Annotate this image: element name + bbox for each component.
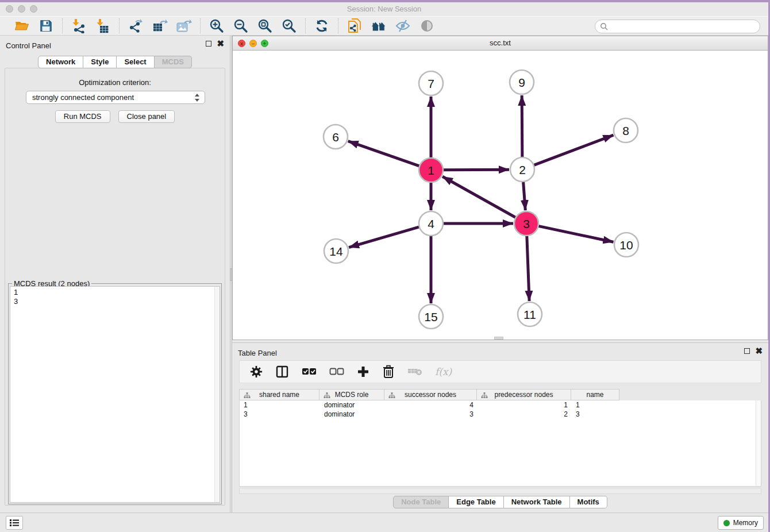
list-icon <box>9 519 20 527</box>
run-mcds-button[interactable]: Run MCDS <box>55 110 110 123</box>
control-panel-title: Control Panel <box>6 41 51 50</box>
import-table-icon[interactable] <box>95 18 111 34</box>
export-image-icon[interactable] <box>176 18 192 34</box>
table-panel: Table Panel ✖ <box>232 342 768 512</box>
checked-boxes-icon[interactable] <box>302 364 317 379</box>
app-window: Session: New Session <box>0 2 768 532</box>
column-label: shared name <box>259 391 299 399</box>
close-table-panel-icon[interactable]: ✖ <box>755 348 763 354</box>
edge-4-14[interactable] <box>349 227 419 248</box>
float-panel-icon[interactable] <box>206 41 211 47</box>
table-cell[interactable]: dominator <box>320 400 385 410</box>
column-header-predecessor-nodes[interactable]: predecessor nodes <box>477 389 571 400</box>
edge-3-10[interactable] <box>538 226 614 242</box>
edge-2-3[interactable] <box>523 182 526 210</box>
table-body: 1dominator4113dominator323 <box>239 400 761 487</box>
window-titlebar: Session: New Session <box>0 2 768 16</box>
save-floppy-icon[interactable] <box>38 18 54 34</box>
table-cell[interactable]: 1 <box>572 400 620 410</box>
trash-icon[interactable] <box>382 364 395 379</box>
tab-motifs[interactable]: Motifs <box>570 496 607 508</box>
table-cell[interactable]: 3 <box>385 410 478 419</box>
table-cell[interactable]: 3 <box>240 410 320 419</box>
tab-network[interactable]: Network <box>38 56 83 68</box>
graph-node-label: 14 <box>329 245 343 258</box>
graph-node-label: 7 <box>428 77 434 90</box>
table-cell[interactable]: 1 <box>478 400 572 410</box>
tab-network-table[interactable]: Network Table <box>504 496 570 508</box>
import-network-icon[interactable] <box>71 18 87 34</box>
graph-node-label: 8 <box>622 124 629 137</box>
graph-node-label: 9 <box>518 76 525 89</box>
table-cell[interactable]: 1 <box>240 400 320 410</box>
tab-select[interactable]: Select <box>117 56 154 68</box>
zoom-selected-icon[interactable] <box>281 18 297 34</box>
unchecked-boxes-icon[interactable] <box>329 364 344 379</box>
double-house-icon[interactable] <box>371 18 387 34</box>
table-cell[interactable]: 4 <box>385 400 478 410</box>
table-cell[interactable]: 2 <box>478 410 572 419</box>
optimization-criterion-label: Optimization criterion: <box>5 78 225 87</box>
task-list-button[interactable] <box>6 516 23 530</box>
column-header-MCDS-role[interactable]: MCDS role <box>319 389 384 400</box>
column-label: MCDS role <box>335 391 369 399</box>
open-folder-icon[interactable] <box>14 18 30 34</box>
table-horizontal-scrollbar[interactable] <box>239 488 761 494</box>
graph-node-label: 11 <box>523 308 536 321</box>
optimization-criterion-value: strongly connected component <box>32 93 134 102</box>
result-scrollbar[interactable] <box>214 287 220 502</box>
search-icon <box>600 22 608 30</box>
tab-mcds[interactable]: MCDS <box>155 56 192 68</box>
edge-3-11[interactable] <box>527 236 529 301</box>
export-table-icon[interactable] <box>152 18 168 34</box>
select-stepper-icon <box>195 93 201 102</box>
plus-icon[interactable] <box>357 364 369 379</box>
graph-node-label: 1 <box>428 164 434 177</box>
edge-1-6[interactable] <box>348 141 419 166</box>
gear-icon[interactable] <box>250 364 263 379</box>
column-header-successor-nodes[interactable]: successor nodes <box>384 389 477 400</box>
zoom-fit-icon[interactable] <box>257 18 273 34</box>
main-toolbar <box>0 16 768 36</box>
eye-dim-icon[interactable] <box>419 18 435 34</box>
edge-2-8[interactable] <box>534 135 614 165</box>
tab-style[interactable]: Style <box>83 56 117 68</box>
table-cell[interactable]: 3 <box>572 410 620 419</box>
column-header-shared-name[interactable]: shared name <box>239 389 319 400</box>
result-line: 1 <box>14 288 216 297</box>
column-label: predecessor nodes <box>494 391 553 399</box>
network-window-title: scc.txt <box>233 38 768 47</box>
table-cell[interactable]: dominator <box>320 410 385 419</box>
canvas-resize-grip[interactable] <box>494 337 503 340</box>
document-share-icon[interactable] <box>346 18 363 34</box>
table-vertical-scrollbar[interactable] <box>756 400 761 486</box>
edge-1-2[interactable] <box>443 169 509 170</box>
table-row: 3dominator323 <box>240 410 761 419</box>
eye-slash-icon[interactable] <box>395 18 411 34</box>
edge-2-9[interactable] <box>522 95 522 157</box>
graph-node-label: 15 <box>424 310 437 323</box>
memory-button[interactable]: Memory <box>718 516 764 530</box>
status-bar: Memory <box>0 512 768 532</box>
hierarchy-icon <box>324 392 330 399</box>
close-panel-icon[interactable]: ✖ <box>217 41 224 47</box>
tab-edge-table[interactable]: Edge Table <box>449 496 503 508</box>
zoom-out-icon[interactable] <box>233 18 249 34</box>
tab-node-table[interactable]: Node Table <box>393 496 449 508</box>
network-canvas[interactable]: 7968124314101511 <box>233 51 768 340</box>
mcds-result-text[interactable]: 13 <box>10 286 220 503</box>
export-network-icon[interactable] <box>128 18 144 34</box>
zoom-in-icon[interactable] <box>209 18 225 34</box>
float-table-panel-icon[interactable] <box>744 348 750 354</box>
search-input[interactable] <box>608 22 760 30</box>
close-panel-button[interactable]: Close panel <box>118 110 175 123</box>
hierarchy-icon <box>388 392 395 399</box>
table-tabs: Node TableEdge TableNetwork TableMotifs <box>232 496 768 508</box>
split-columns-icon[interactable] <box>275 364 289 379</box>
column-label: successor nodes <box>405 391 456 399</box>
refresh-icon[interactable] <box>314 18 330 34</box>
search-box <box>595 20 760 33</box>
column-header-name[interactable]: name <box>571 389 619 400</box>
optimization-criterion-select[interactable]: strongly connected component <box>26 91 205 104</box>
edge-3-1[interactable] <box>442 176 516 217</box>
